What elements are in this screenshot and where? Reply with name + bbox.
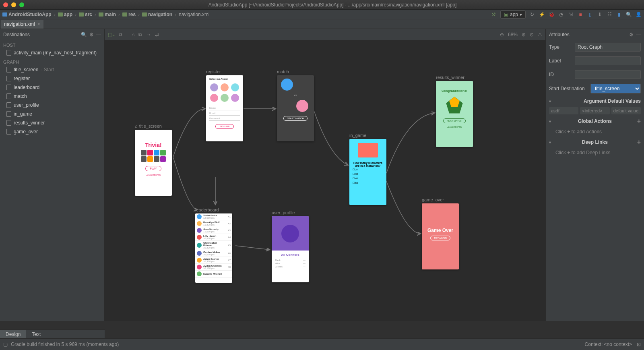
minimize-icon[interactable]	[11, 2, 16, 7]
graph-item-in_game[interactable]: in_game	[0, 110, 104, 118]
host-item[interactable]: activity_main (my_nav_host_fragment)	[0, 48, 104, 57]
text-tab[interactable]: Text	[26, 330, 46, 338]
debug-icon[interactable]: 🐞	[548, 11, 555, 18]
node-register[interactable]: register Select an Avatar Name Email Pas…	[206, 69, 243, 141]
titlebar: AndroidStudioApp [~/AndroidStudioProject…	[0, 0, 644, 10]
zoom-fit-icon[interactable]: ⊙	[530, 32, 534, 37]
hammer-icon[interactable]: ⚒	[491, 11, 497, 18]
home-icon[interactable]: ⌂	[132, 32, 134, 37]
graph-item-game_over[interactable]: game_over	[0, 127, 104, 136]
node-results-winner[interactable]: results_winner Congratulations! NEXT MAT…	[436, 75, 473, 147]
stop-icon[interactable]: ■	[577, 11, 584, 18]
avatar-icon[interactable]: 👤	[635, 11, 642, 18]
breadcrumb-app[interactable]: app	[58, 12, 72, 17]
search-icon[interactable]: 🔍	[625, 11, 632, 18]
gear-icon[interactable]: ⚙	[89, 32, 94, 37]
avd-icon[interactable]: ▯	[587, 11, 593, 18]
label-input[interactable]	[575, 56, 641, 65]
event-log-icon[interactable]: ▢	[3, 342, 8, 347]
minimize-icon[interactable]: —	[636, 32, 641, 37]
close-tab-icon[interactable]: ×	[37, 21, 40, 27]
graph-item-title_screen[interactable]: title_screen - Start	[0, 65, 104, 74]
minimize-icon[interactable]: —	[96, 32, 101, 37]
argument-section[interactable]: Argument Default Values	[546, 96, 644, 106]
zoom-level: 68%	[508, 32, 518, 37]
tool1-icon[interactable]: ▮	[616, 11, 622, 18]
window-title: AndroidStudioApp [~/AndroidStudioProject…	[24, 2, 641, 8]
add-deeplink-icon[interactable]: +	[637, 139, 641, 146]
sdk-icon[interactable]: ⬇	[597, 11, 603, 18]
graph-item-register[interactable]: register	[0, 74, 104, 83]
start-destination-select[interactable]: title_screen	[590, 84, 641, 93]
search-icon[interactable]: 🔍	[81, 32, 87, 37]
breadcrumb-project[interactable]: AndroidStudioApp	[2, 12, 52, 17]
nested-graph-icon[interactable]: ⧉	[119, 32, 122, 37]
node-user-profile[interactable]: user_profile Ali Connors Rank— Wins— Los…	[272, 210, 309, 282]
run-icon[interactable]: ⚡	[539, 11, 545, 18]
deep-links-section[interactable]: Deep Links+	[546, 136, 644, 148]
breadcrumb-res[interactable]: res	[122, 12, 136, 17]
attributes-title: Attributes	[549, 32, 570, 37]
editor-mode-tabs: Design Text	[0, 329, 105, 338]
attributes-panel: Attributes ⚙— Type Label ID Start Destin…	[545, 29, 644, 321]
breadcrumb-main[interactable]: main	[99, 12, 116, 17]
breadcrumb-src[interactable]: src	[79, 12, 92, 17]
node-title-screen[interactable]: ⌂title_screen Trivia! PLAY LEADERBOARD	[135, 124, 172, 196]
attach-icon[interactable]: ⇲	[568, 11, 574, 18]
graph-item-match[interactable]: match	[0, 92, 104, 101]
profile-icon[interactable]: ◔	[558, 11, 564, 18]
navbar: AndroidStudioApp app src main res naviga…	[0, 10, 644, 19]
new-destination-icon[interactable]: ⬚₊	[108, 32, 115, 37]
breadcrumbs: AndroidStudioApp app src main res naviga…	[2, 12, 210, 17]
id-input[interactable]	[575, 70, 641, 79]
toolbar-right: ⚒ ▣app▾ ↻ ⚡ 🐞 ◔ ⇲ ■ ▯ ⬇ ☷ ▮ 🔍 👤	[491, 10, 642, 19]
host-section-label: HOST	[0, 40, 104, 48]
add-action-icon[interactable]: +	[637, 118, 641, 125]
graph-section-label: GRAPH	[0, 57, 104, 65]
breadcrumb-file[interactable]: navigation.xml	[179, 12, 210, 17]
argument-row[interactable]: asdf<inferred>default value	[546, 106, 644, 115]
design-tab[interactable]: Design	[0, 330, 26, 338]
graph-item-leaderboard[interactable]: leaderboard	[0, 83, 104, 92]
graph-item-user_profile[interactable]: user_profile	[0, 101, 104, 110]
link-icon[interactable]: ⧉	[138, 32, 142, 37]
node-match[interactable]: match vs START MATCH	[277, 69, 314, 141]
destinations-panel: Destinations 🔍 ⚙ — HOST activity_main (m…	[0, 29, 105, 321]
home-icon: ⌂	[135, 124, 138, 128]
zoom-out-icon[interactable]: ⊖	[500, 32, 504, 37]
inspector-icon[interactable]: ⊡	[637, 342, 641, 347]
node-in-game[interactable]: in_game How many kilometers are in a mar…	[349, 133, 386, 205]
graph-item-results_winner[interactable]: results_winner	[0, 118, 104, 127]
panel-title: Destinations	[3, 32, 30, 37]
global-actions-section[interactable]: Global Actions+	[546, 115, 644, 127]
action-icon[interactable]: →	[146, 32, 151, 37]
file-tab-label: navigation.xml	[4, 21, 35, 27]
build-status: Gradle build finished in 5 s 969 ms (mom…	[11, 342, 119, 347]
gear-icon[interactable]: ⚙	[629, 32, 634, 37]
sync-icon[interactable]: ↻	[529, 11, 535, 18]
navigation-canvas[interactable]: ⬚₊ ⧉ | ⌂ ⧉ → ⇄ ⊖ 68% ⊕ ⊙ ⚠	[105, 29, 545, 321]
editor-tabs: navigation.xml ×	[0, 19, 644, 29]
struct-icon[interactable]: ☷	[606, 11, 613, 18]
zoom-in-icon[interactable]: ⊕	[522, 32, 526, 37]
context-status[interactable]: Context: <no context>	[585, 342, 632, 347]
file-tab-navigation[interactable]: navigation.xml ×	[1, 20, 43, 29]
auto-arrange-icon[interactable]: ⇄	[155, 32, 159, 37]
node-game-over[interactable]: game_over Game Over TRY AGAIN	[422, 197, 459, 269]
run-config-selector[interactable]: ▣app▾	[500, 10, 526, 19]
window-controls	[3, 2, 24, 7]
type-input[interactable]	[575, 43, 641, 52]
status-bar: ▢ Gradle build finished in 5 s 969 ms (m…	[0, 338, 644, 350]
node-leaderboard[interactable]: leaderboard Violet Parks12,000 pts#1Broo…	[195, 207, 232, 283]
breadcrumb-navigation[interactable]: navigation	[142, 12, 172, 17]
close-icon[interactable]	[3, 2, 8, 7]
warnings-icon[interactable]: ⚠	[538, 32, 542, 37]
maximize-icon[interactable]	[19, 2, 24, 7]
